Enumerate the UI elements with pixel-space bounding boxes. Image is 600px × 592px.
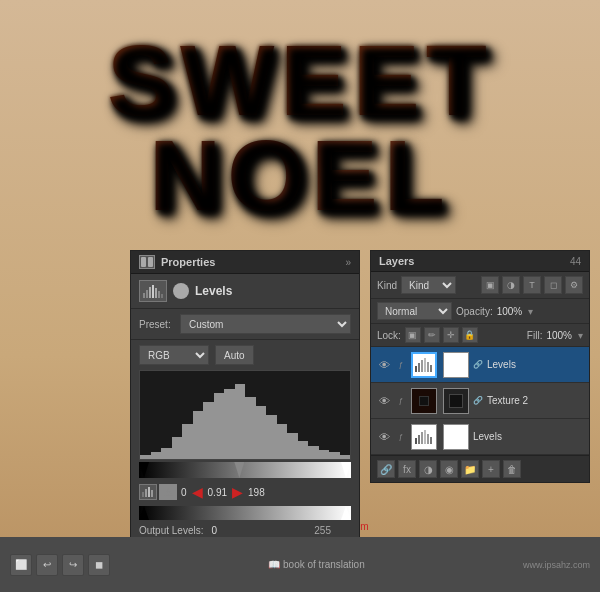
svg-rect-14 bbox=[418, 363, 420, 372]
svg-rect-19 bbox=[415, 438, 417, 444]
layer-1-chain: 🔗 bbox=[473, 360, 483, 369]
filter-pixel-icon[interactable]: ▣ bbox=[481, 276, 499, 294]
svg-rect-3 bbox=[146, 290, 148, 298]
layer-2-thumb bbox=[411, 388, 437, 414]
fill-label: Fill: bbox=[527, 330, 543, 341]
histogram-bars bbox=[140, 371, 350, 459]
input-slider[interactable] bbox=[139, 462, 351, 478]
white-point-handle[interactable] bbox=[341, 462, 351, 478]
filter-smart-icon[interactable]: ⚙ bbox=[565, 276, 583, 294]
layer-3-thumb bbox=[411, 424, 437, 450]
svg-rect-18 bbox=[430, 365, 432, 372]
opacity-value: 100% bbox=[497, 306, 523, 317]
channel-select[interactable]: RGB Red Green Blue bbox=[139, 345, 209, 365]
canvas-text-area: SWEET NOEL bbox=[0, 10, 600, 290]
lock-transparency-btn[interactable]: ▣ bbox=[405, 327, 421, 343]
book-icon: 📖 bbox=[268, 559, 280, 570]
layers-expand-btn[interactable]: 44 bbox=[570, 256, 581, 267]
svg-rect-15 bbox=[421, 360, 423, 372]
lock-position-btn[interactable]: ✛ bbox=[443, 327, 459, 343]
layers-title: Layers bbox=[379, 255, 414, 267]
layer-row-1[interactable]: 👁 ƒ 🔗 Levels bbox=[371, 347, 589, 383]
levels-title: Levels bbox=[195, 284, 232, 298]
bottom-icon-3[interactable]: ↪ bbox=[62, 554, 84, 576]
layers-adjustment-btn[interactable]: ◉ bbox=[440, 460, 458, 478]
svg-rect-24 bbox=[430, 437, 432, 444]
preset-label: Preset: bbox=[139, 319, 174, 330]
properties-title: Properties bbox=[161, 256, 215, 268]
preset-select[interactable]: Custom bbox=[180, 314, 351, 334]
preset-row: Preset: Custom bbox=[131, 309, 359, 340]
properties-panel: Properties » Levels Preset: Custom bbox=[130, 250, 360, 540]
svg-rect-22 bbox=[424, 430, 426, 444]
layers-fx-btn[interactable]: fx bbox=[398, 460, 416, 478]
properties-panel-icon bbox=[139, 255, 155, 269]
layer-3-visibility[interactable]: 👁 bbox=[377, 430, 391, 444]
midpoint-handle[interactable] bbox=[234, 462, 244, 478]
filter-kind-select[interactable]: Kind bbox=[401, 276, 456, 294]
black-point-handle[interactable] bbox=[139, 462, 149, 478]
lock-label: Lock: bbox=[377, 330, 401, 341]
layers-delete-btn[interactable]: 🗑 bbox=[503, 460, 521, 478]
layers-link-btn[interactable]: 🔗 bbox=[377, 460, 395, 478]
layer-1-mask bbox=[443, 352, 469, 378]
bottom-icon-1[interactable]: ⬜ bbox=[10, 554, 32, 576]
bottom-icon-2[interactable]: ↩ bbox=[36, 554, 58, 576]
lock-paint-btn[interactable]: ✏ bbox=[424, 327, 440, 343]
svg-rect-0 bbox=[141, 257, 146, 267]
fill-arrow[interactable]: ▾ bbox=[578, 330, 583, 341]
layer-2-visibility[interactable]: 👁 bbox=[377, 394, 391, 408]
input-values-row: ⚠ 0 ◀ 0.91 ▶ 198 bbox=[131, 480, 359, 504]
bottom-bar-left: ⬜ ↩ ↪ ◼ bbox=[10, 554, 110, 576]
properties-expand-btn[interactable]: » bbox=[345, 257, 351, 268]
layers-new-btn[interactable]: + bbox=[482, 460, 500, 478]
filter-label: Kind bbox=[377, 280, 397, 291]
output-white-handle[interactable] bbox=[341, 506, 351, 520]
layer-row-3[interactable]: 👁 ƒ Levels bbox=[371, 419, 589, 455]
auto-button[interactable]: Auto bbox=[215, 345, 254, 365]
filter-adjust-icon[interactable]: ◑ bbox=[502, 276, 520, 294]
bottom-icon-4[interactable]: ◼ bbox=[88, 554, 110, 576]
filter-icons: ▣ ◑ T ◻ ⚙ bbox=[481, 276, 583, 294]
filter-text-icon[interactable]: T bbox=[523, 276, 541, 294]
properties-panel-header: Properties » bbox=[131, 251, 359, 274]
layer-2-mask bbox=[443, 388, 469, 414]
layers-bottom-bar: 🔗 fx ◑ ◉ 📁 + 🗑 bbox=[371, 455, 589, 482]
warning-icon: ⚠ bbox=[159, 484, 177, 500]
svg-rect-5 bbox=[152, 285, 154, 298]
layers-filter-row: Kind Kind ▣ ◑ T ◻ ⚙ bbox=[371, 272, 589, 299]
layer-row-2[interactable]: 👁 ƒ 🔗 Texture 2 bbox=[371, 383, 589, 419]
svg-rect-2 bbox=[143, 293, 145, 298]
svg-rect-7 bbox=[158, 291, 160, 298]
svg-rect-21 bbox=[421, 432, 423, 444]
layers-folder-btn[interactable]: 📁 bbox=[461, 460, 479, 478]
layers-panel-header: Layers 44 bbox=[371, 251, 589, 272]
opacity-arrow[interactable]: ▾ bbox=[528, 306, 533, 317]
levels-histogram-icon bbox=[139, 280, 167, 302]
levels-circle-icon bbox=[173, 283, 189, 299]
output-black-handle[interactable] bbox=[139, 506, 149, 520]
layer-3-link: ƒ bbox=[395, 431, 407, 443]
bottom-translation-label: 📖 book of translation bbox=[268, 559, 365, 570]
layers-mask-btn[interactable]: ◑ bbox=[419, 460, 437, 478]
svg-rect-17 bbox=[427, 362, 429, 372]
layer-2-name: Texture 2 bbox=[487, 395, 583, 406]
filter-shape-icon[interactable]: ◻ bbox=[544, 276, 562, 294]
layer-3-mask bbox=[443, 424, 469, 450]
bottom-bar: ⬜ ↩ ↪ ◼ 📖 book of translation www.ipsahz… bbox=[0, 537, 600, 592]
lock-icons: ▣ ✏ ✛ 🔒 bbox=[405, 327, 478, 343]
layer-1-visibility[interactable]: 👁 bbox=[377, 358, 391, 372]
svg-rect-4 bbox=[149, 287, 151, 298]
svg-rect-12 bbox=[151, 490, 153, 497]
svg-rect-9 bbox=[142, 492, 144, 497]
input-mid-value: 0.91 bbox=[208, 487, 227, 498]
opacity-label: Opacity: bbox=[456, 306, 493, 317]
lock-all-btn[interactable]: 🔒 bbox=[462, 327, 478, 343]
svg-rect-11 bbox=[148, 487, 150, 497]
properties-title-row: Properties bbox=[139, 255, 215, 269]
svg-rect-13 bbox=[415, 366, 417, 372]
output-slider[interactable] bbox=[139, 506, 351, 520]
output-max-value: 255 bbox=[314, 525, 331, 536]
blend-mode-select[interactable]: Normal Multiply Screen bbox=[377, 302, 452, 320]
input-max-value: 198 bbox=[248, 487, 265, 498]
